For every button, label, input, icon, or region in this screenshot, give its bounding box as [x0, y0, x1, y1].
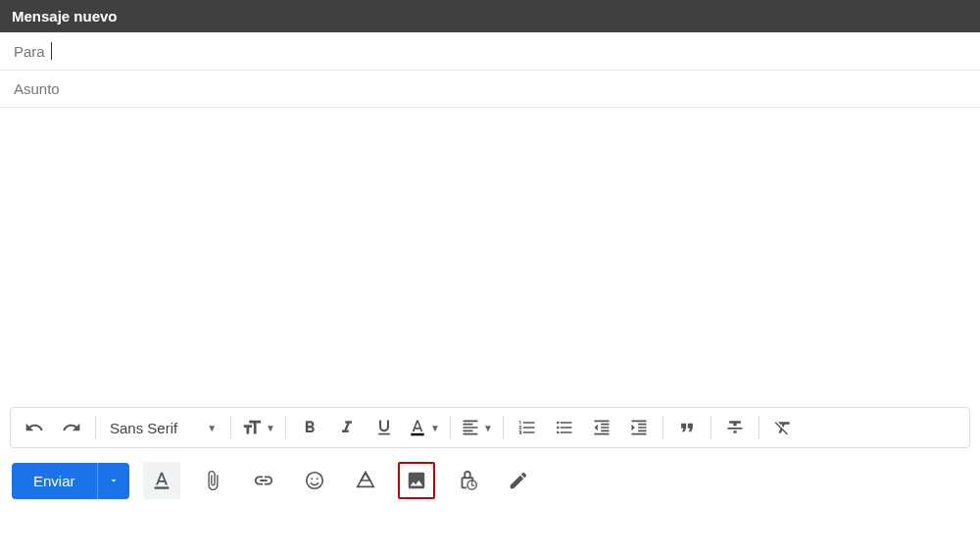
format-toolbar: Sans Serif ▼ ▼ ▼ ▼ [10, 407, 970, 448]
subject-input[interactable] [14, 80, 966, 97]
insert-emoji-button[interactable] [296, 462, 333, 499]
font-family-picker[interactable]: Sans Serif ▼ [102, 420, 224, 436]
indent-increase-button[interactable] [621, 412, 657, 443]
divider [759, 416, 760, 439]
indent-decrease-button[interactable] [584, 412, 619, 443]
text-color-button[interactable]: ▼ [404, 418, 444, 437]
italic-icon [337, 418, 357, 437]
image-icon [406, 470, 427, 491]
message-body[interactable] [0, 108, 980, 407]
divider [710, 416, 711, 439]
underline-icon [374, 418, 394, 437]
quote-button[interactable] [669, 412, 705, 443]
numbered-list-button[interactable] [510, 412, 545, 443]
window-title: Mensaje nuevo [12, 8, 118, 25]
attach-file-button[interactable] [194, 462, 231, 499]
divider [450, 416, 451, 439]
indent-increase-icon [629, 418, 649, 437]
align-icon [461, 418, 480, 437]
numbered-list-icon [517, 418, 537, 437]
remove-format-icon [773, 418, 793, 437]
to-input[interactable] [52, 43, 966, 60]
strikethrough-icon [725, 418, 745, 437]
bottom-toolbar: Enviar [0, 448, 980, 513]
insert-image-button[interactable] [398, 462, 435, 499]
divider [95, 416, 96, 439]
font-name-label: Sans Serif [110, 420, 177, 436]
svg-rect-0 [411, 433, 423, 436]
svg-point-2 [306, 473, 322, 489]
insert-signature-button[interactable] [500, 462, 537, 499]
divider [503, 416, 504, 439]
insert-link-button[interactable] [245, 462, 282, 499]
indent-decrease-icon [592, 418, 612, 437]
font-size-button[interactable]: ▼ [237, 417, 279, 438]
formatting-options-button[interactable] [143, 462, 180, 499]
text-color-icon [408, 418, 427, 437]
to-label: Para [14, 43, 45, 60]
send-button-group: Enviar [12, 463, 129, 499]
insert-drive-button[interactable] [347, 462, 384, 499]
emoji-icon [304, 470, 325, 491]
send-button[interactable]: Enviar [12, 463, 97, 499]
confidential-icon [457, 470, 478, 491]
redo-button[interactable] [54, 412, 89, 443]
bulleted-list-button[interactable] [547, 412, 582, 443]
italic-button[interactable] [329, 412, 365, 443]
attachment-icon [202, 470, 223, 491]
align-button[interactable]: ▼ [457, 418, 497, 437]
svg-rect-1 [154, 486, 169, 488]
drive-icon [355, 470, 376, 491]
text-format-icon [151, 470, 172, 491]
confidential-mode-button[interactable] [449, 462, 486, 499]
to-field-row[interactable]: Para [0, 32, 980, 71]
svg-point-3 [311, 478, 313, 480]
chevron-down-icon [108, 475, 120, 486]
link-icon [253, 470, 274, 491]
chevron-down-icon: ▼ [266, 423, 275, 433]
svg-point-4 [316, 478, 318, 480]
underline-button[interactable] [367, 412, 402, 443]
chevron-down-icon: ▼ [430, 423, 440, 433]
bulleted-list-icon [555, 418, 574, 437]
divider [285, 416, 286, 439]
pen-icon [508, 470, 529, 491]
redo-icon [62, 418, 81, 437]
remove-format-button[interactable] [765, 412, 801, 443]
subject-field-row[interactable] [0, 71, 980, 108]
chevron-down-icon: ▼ [207, 423, 217, 433]
bold-icon [300, 418, 319, 437]
undo-button[interactable] [17, 412, 52, 443]
font-size-icon [241, 417, 263, 438]
undo-icon [24, 418, 44, 437]
send-options-button[interactable] [97, 463, 129, 499]
bold-button[interactable] [292, 412, 327, 443]
quote-icon [677, 418, 697, 437]
compose-header: Mensaje nuevo [0, 0, 980, 32]
divider [230, 416, 231, 439]
chevron-down-icon: ▼ [483, 423, 493, 433]
strikethrough-button[interactable] [717, 412, 753, 443]
divider [662, 416, 663, 439]
